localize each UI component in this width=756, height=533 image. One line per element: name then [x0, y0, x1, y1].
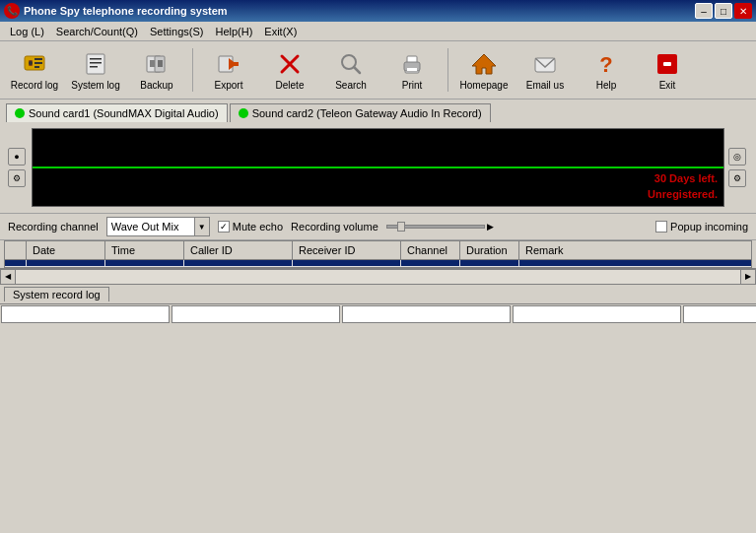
exit-button[interactable]: Exit — [639, 44, 696, 96]
volume-label: Recording volume — [291, 221, 378, 233]
td-caller — [184, 260, 293, 266]
help-button[interactable]: ? Help — [578, 44, 635, 96]
bottom-input-1[interactable] — [1, 305, 170, 323]
bottom-input-5[interactable] — [683, 305, 756, 323]
menu-search-count[interactable]: Search/Count(Q) — [50, 24, 144, 39]
horizontal-scrollbar: ◀ ▶ — [0, 268, 756, 284]
menu-bar: Log (L) Search/Count(Q) Settings(S) Help… — [0, 22, 756, 41]
watermark-line1: 30 Days left. — [648, 171, 718, 186]
svg-rect-12 — [150, 60, 155, 67]
toolbar: Record log System log Backup — [0, 41, 756, 100]
svg-rect-13 — [158, 60, 163, 67]
export-label: Export — [215, 80, 243, 91]
waveform-right-btn1[interactable]: ◎ — [728, 148, 746, 166]
th-selector — [5, 241, 27, 259]
hscroll-right-button[interactable]: ▶ — [740, 269, 756, 285]
svg-rect-24 — [407, 68, 417, 71]
td-time — [105, 260, 184, 266]
homepage-label: Homepage — [460, 80, 509, 91]
th-channel[interactable]: Channel — [401, 241, 460, 259]
email-us-button[interactable]: Email us — [516, 44, 574, 96]
record-log-label: Record log — [11, 80, 58, 91]
menu-exit[interactable]: Exit(X) — [258, 24, 303, 39]
bottom-input-2[interactable] — [172, 305, 340, 323]
th-caller-id[interactable]: Caller ID — [184, 241, 293, 259]
waveform-play-button[interactable]: ● — [8, 148, 26, 166]
svg-line-20 — [354, 67, 360, 73]
waveform-right-controls: ◎ ⚙ — [728, 148, 748, 187]
delete-icon — [276, 50, 304, 78]
mute-echo-checkbox[interactable]: ✓ — [218, 221, 230, 233]
channel-select: Wave Out Mix ▼ — [106, 217, 210, 236]
waveform-right-btn2[interactable]: ⚙ — [728, 169, 746, 187]
svg-rect-9 — [90, 66, 98, 68]
td-date — [27, 260, 105, 266]
td-remark — [519, 260, 751, 266]
system-log-icon — [82, 50, 109, 78]
table-wrapper: Date Time Caller ID Receiver ID Channel … — [4, 240, 752, 268]
th-duration[interactable]: Duration — [460, 241, 519, 259]
th-date[interactable]: Date — [27, 241, 105, 259]
popup-incoming-area: Popup incoming — [655, 221, 748, 233]
export-button[interactable]: Export — [200, 44, 257, 96]
menu-log[interactable]: Log (L) — [4, 24, 50, 39]
waveform-display: 30 Days left. Unregistered. — [32, 128, 724, 207]
watermark-line2: Unregistered. — [648, 187, 718, 202]
soundcard-dot-1 — [15, 108, 25, 118]
exit-label: Exit — [659, 80, 676, 91]
svg-rect-29 — [663, 62, 671, 66]
menu-settings[interactable]: Settings(S) — [144, 24, 209, 39]
channel-dropdown[interactable]: Wave Out Mix — [106, 217, 195, 236]
th-receiver-id[interactable]: Receiver ID — [293, 241, 401, 259]
system-log-button[interactable]: System log — [67, 44, 124, 96]
popup-incoming-label: Popup incoming — [670, 221, 748, 233]
maximize-button[interactable]: □ — [715, 3, 732, 19]
app-title: Phone Spy telephone recording system — [24, 5, 228, 17]
channel-label: Recording channel — [8, 221, 99, 233]
th-remark[interactable]: Remark — [519, 241, 751, 259]
system-record-log-tab[interactable]: System record log — [4, 287, 109, 301]
table-row[interactable] — [5, 260, 751, 267]
bottom-input-3[interactable] — [342, 305, 511, 323]
record-log-button[interactable]: Record log — [6, 44, 63, 96]
popup-incoming-checkbox[interactable] — [655, 221, 667, 233]
waveform-settings-button[interactable]: ⚙ — [8, 169, 26, 187]
search-button[interactable]: Search — [322, 44, 379, 96]
hscroll-track[interactable] — [16, 269, 740, 285]
exit-icon — [653, 50, 681, 78]
title-bar-left: 📞 Phone Spy telephone recording system — [4, 3, 228, 19]
soundcard-tab-1[interactable]: Sound card1 (SoundMAX Digital Audio) — [6, 103, 228, 122]
search-icon — [337, 50, 365, 78]
waveform-watermark: 30 Days left. Unregistered. — [648, 171, 718, 202]
soundcard-tab-2[interactable]: Sound card2 (Teleon Gateway Audio In Rec… — [230, 103, 491, 122]
help-icon: ? — [592, 50, 620, 78]
minimize-button[interactable]: – — [695, 3, 713, 19]
close-button[interactable]: ✕ — [734, 3, 752, 19]
toolbar-separator-2 — [447, 48, 448, 92]
svg-rect-16 — [231, 62, 239, 66]
slider-track[interactable] — [386, 225, 485, 229]
homepage-button[interactable]: Homepage — [455, 44, 513, 96]
th-time[interactable]: Time — [105, 241, 184, 259]
volume-right-arrow: ▶ — [487, 222, 494, 232]
bottom-inputs — [0, 303, 756, 323]
channel-dropdown-arrow[interactable]: ▼ — [194, 217, 210, 236]
slider-thumb[interactable] — [397, 222, 405, 232]
soundcard-tabs: Sound card1 (SoundMAX Digital Audio) Sou… — [0, 100, 756, 122]
svg-rect-8 — [90, 62, 102, 64]
table-header: Date Time Caller ID Receiver ID Channel … — [5, 241, 751, 260]
bottom-input-4[interactable] — [513, 305, 681, 323]
soundcard-tab-1-label: Sound card1 (SoundMAX Digital Audio) — [29, 107, 219, 119]
title-bar: 📞 Phone Spy telephone recording system –… — [0, 0, 756, 22]
row-selector — [5, 260, 27, 266]
status-bar: System record log — [0, 284, 756, 303]
print-button[interactable]: Print — [383, 44, 441, 96]
title-buttons: – □ ✕ — [695, 3, 752, 19]
backup-button[interactable]: Backup — [128, 44, 185, 96]
svg-rect-7 — [90, 58, 102, 60]
delete-button[interactable]: Delete — [261, 44, 318, 96]
menu-help[interactable]: Help(H) — [209, 24, 258, 39]
waveform-container: ● ⚙ 30 Days left. Unregistered. ◎ ⚙ — [0, 122, 756, 213]
hscroll-left-button[interactable]: ◀ — [0, 269, 16, 285]
soundcard-dot-2 — [239, 108, 248, 118]
